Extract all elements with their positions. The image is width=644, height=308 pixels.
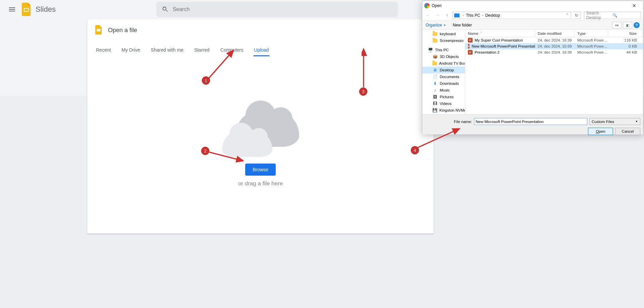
search-icon — [162, 6, 169, 13]
chevron-down-icon: ▼ — [443, 24, 446, 27]
dialog-title: Open — [432, 3, 441, 8]
modal-tabs: RecentMy DriveShared with meStarredCompu… — [87, 44, 434, 56]
tree-item-android-tv-box[interactable]: Android TV Box — [422, 60, 465, 67]
cancel-button[interactable]: Cancel — [615, 128, 640, 135]
annotation-badge-3: 3 — [359, 87, 367, 96]
file-type-filter[interactable]: Custom Files ▼ — [589, 118, 640, 125]
annotation-badge-1: 1 — [202, 76, 210, 84]
modal-title: Open a file — [108, 27, 137, 34]
tree-item-downloads[interactable]: ⬇Downloads — [422, 80, 465, 87]
col-date[interactable]: Date modified — [535, 30, 575, 37]
tree-item-3d-objects[interactable]: 📦3D Objects — [422, 53, 465, 60]
chevron-right-icon: › — [481, 14, 485, 17]
tree-item-desktop[interactable]: 🖥Desktop — [422, 67, 465, 73]
address-dropdown[interactable]: ˅ — [564, 13, 570, 18]
file-list: Name˄ Date modified Type Size PMy Super … — [465, 30, 643, 114]
search-bar[interactable] — [156, 2, 398, 17]
col-name[interactable]: Name˄ — [465, 30, 535, 37]
annotation-badge-2: 2 — [201, 147, 209, 155]
slides-logo-icon — [21, 3, 32, 16]
file-name-input[interactable] — [474, 118, 587, 125]
search-input[interactable] — [173, 6, 392, 12]
dialog-close-button[interactable]: ✕ — [628, 1, 641, 10]
folder-tree[interactable]: keyboardScreenpresso🖥️This PC📦3D Objects… — [422, 30, 465, 114]
open-button[interactable]: Open — [588, 128, 613, 135]
location-icon — [454, 13, 460, 17]
open-file-modal: Open a file RecentMy DriveShared with me… — [87, 19, 434, 234]
dialog-nav: ← → ↑ › This PC › Desktop ˅ ↻ Search Des… — [422, 10, 643, 20]
browse-button[interactable]: Browse — [245, 164, 276, 176]
windows-open-dialog: Open ✕ ← → ↑ › This PC › Desktop ˅ ↻ Sea… — [422, 1, 643, 134]
cloud-illustration — [222, 110, 299, 157]
view-mode-button[interactable]: ≡▾ — [612, 22, 622, 28]
file-row[interactable]: PMy Super Cool Presentation24. dec 2024.… — [465, 37, 643, 43]
tab-computers[interactable]: Computers — [220, 44, 244, 56]
slides-logo[interactable]: Slides — [21, 3, 56, 16]
breadcrumb-this-pc[interactable]: This PC — [465, 13, 481, 18]
hamburger-icon — [8, 5, 16, 13]
file-name-label: File name: — [425, 120, 472, 124]
tab-recent[interactable]: Recent — [95, 44, 111, 56]
powerpoint-icon: P — [468, 50, 473, 55]
col-type[interactable]: Type — [575, 30, 608, 37]
dialog-toolbar: Organize▼ New folder ≡▾ ◧ ? — [422, 20, 643, 30]
tree-item-pictures[interactable]: 🖼Pictures — [422, 94, 465, 100]
preview-pane-button[interactable]: ◧ — [623, 22, 632, 28]
tree-item-keyboard[interactable]: keyboard — [422, 30, 465, 37]
tree-item-kingston-nvme[interactable]: 💾Kingston NVMe — [422, 107, 465, 114]
tab-upload[interactable]: Upload — [253, 44, 269, 56]
nav-up-button[interactable]: ↑ — [443, 11, 451, 19]
dialog-titlebar: Open ✕ — [422, 1, 643, 10]
breadcrumb-desktop[interactable]: Desktop — [485, 13, 501, 18]
drag-hint-text: or drag a file here — [238, 180, 283, 187]
tree-item-documents[interactable]: 📄Documents — [422, 73, 465, 80]
svg-rect-2 — [97, 29, 101, 32]
search-icon: 🔍 — [612, 13, 639, 18]
tree-item-wd-blue-d-[interactable]: 💾WD Blue (D:) — [422, 114, 465, 114]
col-size[interactable]: Size — [608, 30, 643, 37]
nav-forward-button[interactable]: → — [434, 11, 442, 19]
chrome-icon — [424, 3, 430, 8]
app-name: Slides — [36, 5, 56, 14]
address-bar[interactable]: › This PC › Desktop ˅ — [452, 12, 571, 19]
dialog-search[interactable]: Search Desktop 🔍 — [584, 12, 641, 19]
tab-starred[interactable]: Starred — [194, 44, 210, 56]
help-button[interactable]: ? — [634, 22, 640, 28]
slides-file-icon — [95, 25, 103, 35]
tree-item-videos[interactable]: 🎞Videos — [422, 100, 465, 107]
powerpoint-icon: P — [468, 44, 470, 49]
tree-item-music[interactable]: ♪Music — [422, 87, 465, 94]
refresh-button[interactable]: ↻ — [573, 12, 581, 19]
tab-shared-with-me[interactable]: Shared with me — [150, 44, 184, 56]
dialog-search-placeholder: Search Desktop — [586, 11, 612, 20]
main-menu-button[interactable] — [4, 1, 20, 17]
annotation-badge-4: 4 — [411, 146, 419, 154]
tree-item-screenpresso[interactable]: Screenpresso — [422, 37, 465, 44]
file-row[interactable]: PNew Microsoft PowerPoint Presentation24… — [465, 43, 643, 49]
tree-item-this-pc[interactable]: 🖥️This PC — [422, 47, 465, 53]
file-row[interactable]: PPresentation 224. dec 2024. 16:38Micros… — [465, 49, 643, 55]
powerpoint-icon: P — [468, 38, 473, 43]
svg-rect-1 — [24, 9, 28, 11]
sort-indicator-icon: ˄ — [480, 32, 482, 35]
nav-back-button[interactable]: ← — [424, 11, 432, 19]
organize-menu[interactable]: Organize▼ — [426, 23, 446, 27]
new-folder-button[interactable]: New folder — [453, 23, 472, 27]
chevron-down-icon: ▼ — [635, 120, 638, 123]
tab-my-drive[interactable]: My Drive — [121, 44, 141, 56]
chevron-right-icon: › — [462, 14, 465, 17]
column-headers: Name˄ Date modified Type Size — [465, 30, 643, 37]
dialog-footer: File name: Custom Files ▼ Open Cancel — [422, 114, 643, 134]
